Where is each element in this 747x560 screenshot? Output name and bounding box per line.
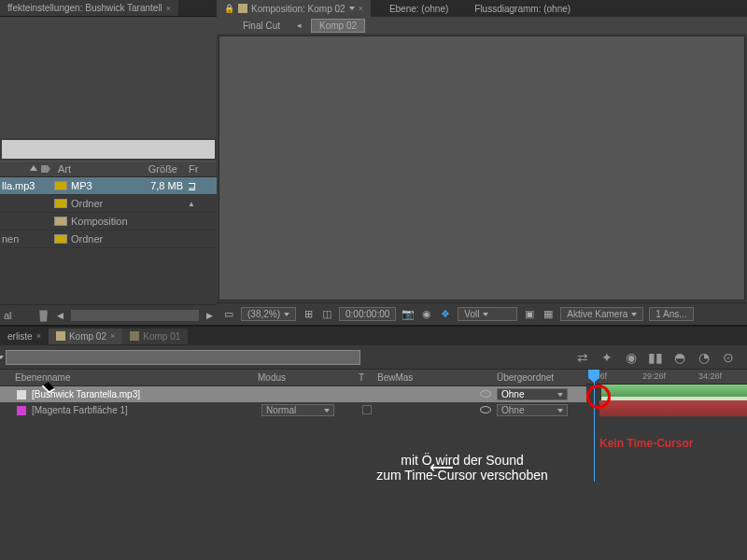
- col-mode[interactable]: Modus: [254, 370, 355, 385]
- col-size[interactable]: Größe: [124, 163, 185, 175]
- blend-mode-dropdown[interactable]: Normal: [261, 404, 334, 416]
- chevron-down-icon[interactable]: [0, 356, 4, 359]
- trash-icon[interactable]: [38, 309, 49, 322]
- col-fr[interactable]: Fr: [185, 163, 217, 175]
- effects-tab[interactable]: ffekteinstellungen: Bushwick Tarantell ×: [0, 0, 179, 16]
- label-swatch[interactable]: [54, 181, 67, 190]
- parent-dropdown[interactable]: Ohne: [497, 404, 568, 416]
- close-icon[interactable]: ×: [166, 4, 171, 13]
- layer-tab[interactable]: Ebene: (ohne): [382, 0, 456, 17]
- tag-icon[interactable]: [41, 165, 50, 173]
- frame-blend-icon[interactable]: ◉: [624, 350, 639, 365]
- eye-icon[interactable]: [480, 390, 491, 398]
- sort-arrow-icon[interactable]: [30, 165, 37, 171]
- flow-icon[interactable]: ⊒: [183, 180, 200, 192]
- motion-blur-icon[interactable]: ▮▮: [648, 350, 663, 365]
- parent-value: Ohne: [501, 389, 524, 399]
- item-name: lla.mp3: [0, 180, 54, 191]
- track-matte-checkbox[interactable]: [362, 405, 372, 414]
- project-columns: Art Größe Fr: [0, 161, 217, 177]
- tab-label: Komp 02: [69, 331, 106, 342]
- time-ruler[interactable]: 1:26f 29:26f 34:26f: [586, 370, 747, 385]
- renderlist-tab[interactable]: erliste×: [0, 329, 49, 344]
- mask-icon[interactable]: ◫: [320, 308, 333, 321]
- parent-dropdown[interactable]: Ohne: [497, 388, 568, 400]
- ruler-tick: 34:26f: [698, 371, 722, 381]
- views-dropdown[interactable]: 1 Ans...: [649, 307, 693, 321]
- col-art[interactable]: Art: [54, 163, 124, 175]
- parent-value: Ohne: [501, 405, 524, 415]
- project-row[interactable]: lla.mp3 MP3 7,8 MB ⊒: [0, 177, 217, 195]
- rgb-icon[interactable]: ❖: [439, 308, 452, 321]
- col-bewmas[interactable]: BewMas: [374, 370, 467, 385]
- chevron-down-icon: [324, 409, 330, 413]
- item-type: Ordner: [71, 233, 127, 245]
- audio-track-bar[interactable]: [601, 385, 747, 400]
- views-value: 1 Ans...: [655, 309, 686, 319]
- breadcrumb-item-active[interactable]: Komp 02: [311, 19, 365, 33]
- label-swatch[interactable]: [54, 217, 67, 226]
- flow-tab-label: Flussdiagramm: (ohne): [474, 4, 571, 14]
- flow-tab[interactable]: Flussdiagramm: (ohne): [467, 0, 578, 17]
- resolution-dropdown[interactable]: Voll: [458, 307, 517, 321]
- close-icon[interactable]: ×: [36, 331, 41, 341]
- chevron-down-icon: [284, 313, 289, 316]
- blur-icon[interactable]: ✦: [599, 350, 614, 365]
- scrollbar[interactable]: [71, 310, 199, 321]
- annotation-red-text: Kein Time-Cursor: [599, 437, 693, 450]
- renderlist-label: erliste: [7, 331, 33, 342]
- timeline-tab-komp02[interactable]: Komp 02×: [49, 329, 122, 344]
- label-swatch[interactable]: [54, 199, 67, 208]
- lock-icon[interactable]: 🔒: [224, 4, 234, 13]
- chevron-down-icon[interactable]: [349, 7, 355, 10]
- annotation-circle: [586, 385, 611, 409]
- breadcrumb-item[interactable]: Final Cut: [235, 20, 288, 32]
- camera-value: Aktive Kamera: [567, 309, 627, 319]
- composition-viewer[interactable]: [218, 35, 745, 301]
- annotation-hint: mit Ö wird der Sound zum Time-Cursor ver…: [345, 453, 579, 483]
- snapshot-icon[interactable]: 📷: [402, 308, 415, 321]
- brain-icon[interactable]: ◓: [672, 350, 687, 365]
- project-row[interactable]: Ordner ▲: [0, 195, 217, 213]
- hint-line2: zum Time-Cursor verschoben: [345, 468, 579, 483]
- timeline-tab-komp01[interactable]: Komp 01: [122, 329, 188, 344]
- chevron-down-icon: [557, 393, 563, 397]
- camera-dropdown[interactable]: Aktive Kamera: [560, 307, 643, 321]
- roi-icon[interactable]: ▣: [523, 308, 536, 321]
- layer-name: [Bushwick Tarantella.mp3]: [30, 389, 261, 399]
- audio-icon[interactable]: [17, 390, 26, 399]
- project-row[interactable]: nen Ordner: [0, 231, 217, 248]
- arrow-right-icon[interactable]: ▶: [206, 311, 213, 320]
- hand-icon[interactable]: ▭: [222, 308, 235, 321]
- zoom-dropdown[interactable]: (38,2%): [241, 307, 296, 321]
- timeline-search-input[interactable]: [6, 350, 360, 365]
- solid-color-icon[interactable]: [17, 406, 26, 415]
- close-icon[interactable]: ×: [110, 331, 115, 341]
- timecode-value: 0:00:00:00: [345, 309, 389, 319]
- project-search-input[interactable]: [2, 140, 215, 159]
- eye-icon[interactable]: [480, 406, 491, 413]
- auto-key-icon[interactable]: ⊙: [721, 350, 736, 365]
- mode-value: Normal: [266, 405, 296, 415]
- project-row[interactable]: Komposition: [0, 213, 217, 231]
- breadcrumb: Final Cut ◂ Komp 02: [217, 17, 747, 34]
- transparency-icon[interactable]: ▦: [542, 308, 555, 321]
- col-layername[interactable]: Ebenenname: [0, 370, 254, 385]
- item-type: Komposition: [71, 216, 127, 227]
- breadcrumb-sep: ◂: [297, 21, 302, 30]
- graph-icon[interactable]: ◔: [697, 350, 712, 365]
- close-icon[interactable]: ×: [359, 4, 363, 13]
- col-parent[interactable]: Übergeordnet: [493, 370, 577, 385]
- comp-tab[interactable]: 🔒 Komposition: Komp 02 ×: [217, 0, 371, 17]
- arrow-left-icon[interactable]: ◀: [57, 311, 63, 320]
- chevron-up-icon[interactable]: ▲: [183, 200, 200, 208]
- grid-icon[interactable]: ⊞: [302, 308, 315, 321]
- label-swatch[interactable]: [54, 234, 67, 244]
- shy-icon[interactable]: ⇄: [575, 350, 590, 365]
- channel-icon[interactable]: ◉: [420, 308, 433, 321]
- solid-track-bar[interactable]: [599, 400, 747, 416]
- comp-toolbar: ▭ (38,2%) ⊞ ◫ 0:00:00:00 📷 ◉ ❖ Voll ▣ ▦ …: [217, 302, 747, 325]
- col-t[interactable]: T: [355, 370, 374, 385]
- timeline-tracks[interactable]: 1:26f 29:26f 34:26f: [586, 370, 747, 482]
- timecode-display[interactable]: 0:00:00:00: [339, 307, 396, 321]
